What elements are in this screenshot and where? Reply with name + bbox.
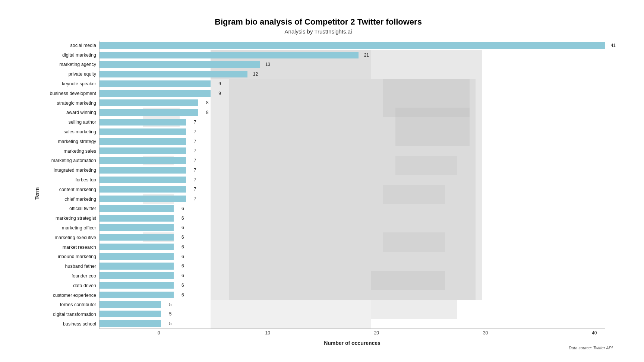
y-labels: social mediadigital marketingmarketing a… (40, 41, 99, 329)
bar-value: 8 (206, 100, 209, 105)
y-label: market research (40, 242, 99, 252)
bar-value: 6 (181, 235, 184, 240)
y-label: founder ceo (40, 271, 99, 281)
chart-title: Bigram bio analysis of Competitor 2 Twit… (31, 17, 605, 27)
bar-row: 6 (100, 271, 605, 280)
bar: 7 (100, 196, 186, 202)
bar-value: 6 (181, 292, 184, 298)
bar-row: 7 (100, 175, 605, 185)
bar-value: 41 (611, 43, 616, 48)
bar-row: 13 (100, 60, 605, 70)
bar-row: 12 (100, 69, 605, 79)
bar-value: 8 (206, 110, 209, 115)
bar-row: 5 (100, 319, 605, 328)
bar-row: 6 (100, 252, 605, 261)
bar: 7 (100, 119, 186, 126)
bar-row: 7 (100, 194, 605, 204)
bar: 6 (100, 234, 174, 241)
y-label: digital transformation (40, 309, 99, 319)
bar: 5 (100, 320, 161, 327)
bar-value: 5 (169, 321, 172, 326)
bar-row: 8 (100, 98, 605, 108)
bar-row: 5 (100, 309, 605, 319)
bar-row: 41 (100, 41, 605, 50)
bar: 7 (100, 177, 186, 183)
bar-value: 7 (194, 177, 196, 182)
x-tick: 0 (158, 330, 160, 336)
bar: 9 (100, 90, 211, 97)
bar-row: 6 (100, 261, 605, 271)
bar-row: 9 (100, 79, 605, 89)
y-label: selling author (40, 117, 99, 127)
bar: 6 (100, 292, 174, 298)
bar: 41 (100, 42, 605, 49)
y-label: data driven (40, 281, 99, 290)
y-label: chief marketing (40, 194, 99, 204)
bar-value: 6 (181, 254, 184, 259)
bar-value: 6 (181, 244, 184, 250)
bar: 6 (100, 282, 174, 289)
bar-row: 6 (100, 213, 605, 223)
y-label: integrated marketing (40, 165, 99, 175)
x-axis: 010203040 (40, 330, 605, 338)
bar-value: 5 (169, 302, 172, 307)
y-label: customer experience (40, 290, 99, 300)
y-label: inbound marketing (40, 252, 99, 262)
bar-row: 21 (100, 50, 605, 60)
bar: 6 (100, 215, 174, 222)
bar-row: 6 (100, 223, 605, 233)
bar-row: 6 (100, 232, 605, 242)
bar-value: 5 (169, 311, 172, 317)
x-tick: 10 (265, 330, 270, 336)
bar: 5 (100, 301, 161, 308)
bar-value: 7 (194, 148, 196, 153)
bar-value: 7 (194, 196, 196, 201)
y-label: content marketing (40, 185, 99, 194)
y-label: marketing agency (40, 60, 99, 70)
bar-value: 12 (253, 72, 258, 77)
bar: 12 (100, 71, 247, 77)
bar-row: 6 (100, 280, 605, 290)
y-label: business school (40, 319, 99, 329)
chart-subtitle: Analysis by TrustInsights.ai (31, 28, 605, 35)
y-label: marketing officer (40, 223, 99, 233)
chart-container: Bigram bio analysis of Competitor 2 Twit… (24, 10, 620, 352)
y-label: strategic marketing (40, 98, 99, 108)
bar-value: 9 (218, 91, 221, 96)
bar-row: 7 (100, 127, 605, 137)
y-label: marketing strategist (40, 213, 99, 223)
bar-value: 7 (194, 120, 196, 125)
bar: 7 (100, 138, 186, 145)
y-label: marketing sales (40, 146, 99, 156)
y-label: husband father (40, 261, 99, 271)
bar-value: 6 (181, 206, 184, 211)
bar-value: 7 (194, 187, 196, 192)
bar-value: 13 (265, 62, 270, 67)
bar-row: 7 (100, 137, 605, 146)
bar-value: 6 (181, 263, 184, 269)
bar: 7 (100, 167, 186, 174)
y-label: private equity (40, 69, 99, 79)
plot-area: 4121131299887777777776666666666555 (99, 41, 605, 329)
chart-body: Term social mediadigital marketingmarket… (31, 41, 605, 346)
chart-inner: social mediadigital marketingmarketing a… (40, 41, 605, 346)
y-label: marketing strategy (40, 137, 99, 146)
bar: 21 (100, 52, 359, 58)
bar: 6 (100, 263, 174, 269)
x-tick: 40 (592, 330, 597, 336)
bar: 9 (100, 80, 211, 87)
x-tick: 20 (374, 330, 379, 336)
bar: 13 (100, 61, 260, 68)
bar-value: 7 (194, 139, 196, 144)
y-label: marketing automation (40, 156, 99, 166)
bar: 6 (100, 244, 174, 250)
x-axis-label: Number of occurences (40, 340, 605, 346)
bar: 8 (100, 99, 198, 106)
bar-row: 7 (100, 117, 605, 127)
y-label: sales marketing (40, 127, 99, 137)
y-label: business development (40, 89, 99, 98)
bar: 6 (100, 205, 174, 212)
bar: 7 (100, 128, 186, 135)
bar-row: 6 (100, 242, 605, 252)
data-source: Data source: Twitter API (569, 346, 613, 350)
